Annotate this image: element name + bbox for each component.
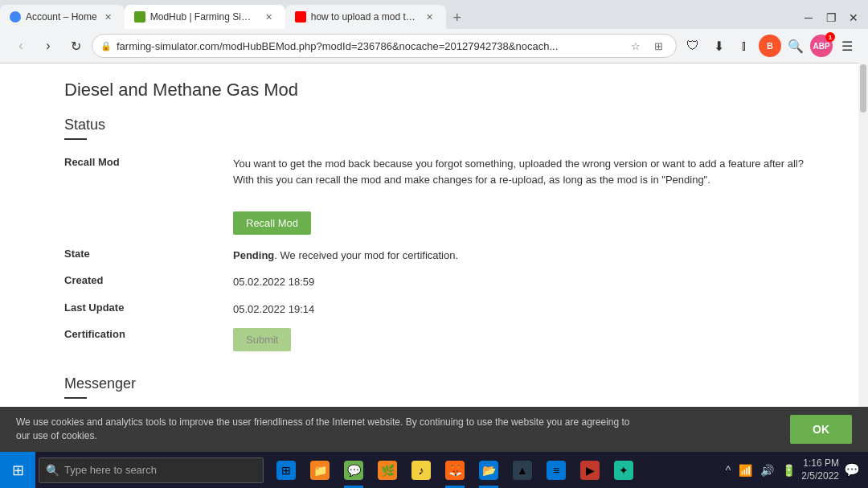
taskbar-search-text: Type here to search <box>64 464 157 476</box>
recall-mod-description: You want to get the mod back because you… <box>233 156 804 187</box>
url-bar[interactable]: 🔒 farming-simulator.com/modHubBEMod.php?… <box>92 34 677 58</box>
tray-battery-icon[interactable]: 🔋 <box>780 462 798 478</box>
tab-favicon-youtube <box>295 11 306 23</box>
taskbar-search[interactable]: 🔍 Type here to search <box>39 457 264 483</box>
recall-mod-label: Recall Mod <box>64 156 225 168</box>
cookie-banner: We use cookies and analytics tools to im… <box>0 407 868 452</box>
taskbar-app-app9[interactable]: ▶ <box>574 452 606 488</box>
scrollbar-thumb[interactable] <box>860 64 866 113</box>
app8-icon: ≡ <box>547 461 566 480</box>
tray-clock[interactable]: 1:16 PM 2/5/2022 <box>801 457 839 482</box>
maximize-button[interactable]: ❐ <box>820 6 842 29</box>
shield-icon[interactable]: 🛡 <box>682 35 704 57</box>
tray-notification-icon[interactable]: 💬 <box>842 461 862 479</box>
url-actions: ☆ ⊞ <box>626 36 668 55</box>
url-text: farming-simulator.com/modHubBEMod.php?mo… <box>117 40 621 52</box>
toolbar-right: 🛡 ⬇ ⫿ B 🔍 ABP 1 ☰ <box>682 35 858 57</box>
url-domain: farming-simulator.com <box>117 40 219 52</box>
state-pending: Pending <box>233 249 274 261</box>
minimize-button[interactable]: ─ <box>797 6 820 29</box>
brave-icon[interactable]: B <box>759 35 781 57</box>
reload-button[interactable]: ↻ <box>64 35 87 57</box>
close-button[interactable]: ✕ <box>842 6 865 29</box>
tab-account[interactable]: Account – Home ✕ <box>0 5 125 29</box>
bookmark-button[interactable]: ☆ <box>626 36 645 55</box>
tray-time-value: 1:16 PM <box>801 457 839 470</box>
state-value: Pending. We received your mod for certif… <box>233 248 804 264</box>
certification-label: Certification <box>64 328 225 340</box>
recall-mod-row: Recall Mod You want to get the mod back … <box>64 156 804 235</box>
new-tab-button[interactable]: + <box>446 6 469 29</box>
tray-volume-icon[interactable]: 🔊 <box>758 462 776 478</box>
library-icon[interactable]: ⫿ <box>733 35 755 57</box>
taskbar-app-app10[interactable]: ✦ <box>608 452 640 488</box>
created-value: 05.02.2022 18:59 <box>233 274 804 290</box>
tab-title-modhub: ModHub | Farming Simulator <box>150 11 258 23</box>
taskbar-app-fs[interactable]: 🌿 <box>371 452 403 488</box>
forward-button[interactable]: › <box>37 35 59 57</box>
profile-badge: 1 <box>825 32 835 42</box>
window-controls: ─ ❐ ✕ <box>797 6 865 29</box>
firefox-icon: 🦊 <box>445 461 465 480</box>
scrollbar[interactable] <box>858 63 868 420</box>
blender-icon: ▲ <box>513 461 532 480</box>
music-icon: ♪ <box>411 461 431 480</box>
taskbar-search-icon: 🔍 <box>46 464 59 477</box>
taskview-icon: ⊞ <box>276 461 296 480</box>
taskbar: ⊞ 🔍 Type here to search ⊞ 📁 💬 🌿 ♪ 🦊 📂 ▲ <box>0 452 868 488</box>
submit-button[interactable]: Submit <box>233 328 291 351</box>
taskbar-apps: ⊞ 📁 💬 🌿 ♪ 🦊 📂 ▲ ≡ ▶ ✦ <box>270 452 640 488</box>
certification-value: Submit <box>233 328 804 351</box>
start-button[interactable]: ⊞ <box>0 452 35 488</box>
state-row: State Pending. We received your mod for … <box>64 248 804 264</box>
created-row: Created 05.02.2022 18:59 <box>64 274 804 290</box>
taskbar-app-music[interactable]: ♪ <box>405 452 437 488</box>
page-content: Diesel and Methane Gas Mod Status Recall… <box>0 64 868 420</box>
tray-network-icon[interactable]: 📶 <box>736 462 755 478</box>
last-update-row: Last Update 05.02.2022 19:14 <box>64 301 804 318</box>
tray-date-value: 2/5/2022 <box>801 470 839 483</box>
state-label: State <box>64 248 225 260</box>
tab-close-youtube[interactable]: ✕ <box>424 10 436 23</box>
browser-chrome: Account – Home ✕ ModHub | Farming Simula… <box>0 0 868 64</box>
taskbar-app-explorer[interactable]: 📁 <box>304 452 336 488</box>
recall-mod-content: You want to get the mod back because you… <box>233 156 804 235</box>
cookie-ok-button[interactable]: OK <box>790 415 852 444</box>
tab-title-account: Account – Home <box>26 11 97 23</box>
back-button[interactable]: ‹ <box>10 35 32 57</box>
tray-expand-icon[interactable]: ^ <box>723 462 734 478</box>
taskbar-app-files[interactable]: 📂 <box>473 452 505 488</box>
tab-bar: Account – Home ✕ ModHub | Farming Simula… <box>0 0 868 29</box>
created-label: Created <box>64 274 225 286</box>
page-title: Diesel and Methane Gas Mod <box>64 80 804 100</box>
status-heading: Status <box>64 117 804 133</box>
lock-icon: 🔒 <box>100 41 112 51</box>
profile-avatar[interactable]: ABP 1 <box>810 35 833 57</box>
chat-icon: 💬 <box>344 461 363 480</box>
search-toolbar-icon[interactable]: 🔍 <box>784 35 807 57</box>
taskbar-app-blender[interactable]: ▲ <box>506 452 538 488</box>
download-icon[interactable]: ⬇ <box>707 35 730 57</box>
tab-close-account[interactable]: ✕ <box>102 10 115 23</box>
tab-youtube[interactable]: how to upload a mod to giants ✕ <box>285 5 446 29</box>
last-update-value: 05.02.2022 19:14 <box>233 301 804 318</box>
taskbar-app-taskview[interactable]: ⊞ <box>270 452 302 488</box>
taskbar-app-chat[interactable]: 💬 <box>338 452 370 488</box>
recall-mod-button[interactable]: Recall Mod <box>233 211 311 235</box>
menu-icon[interactable]: ☰ <box>836 35 858 57</box>
page-info-button[interactable]: ⊞ <box>649 36 668 55</box>
taskbar-app-firefox[interactable]: 🦊 <box>439 452 471 488</box>
tab-modhub[interactable]: ModHub | Farming Simulator ✕ <box>125 5 285 29</box>
certification-row: Certification Submit <box>64 328 804 351</box>
taskbar-app-app8[interactable]: ≡ <box>540 452 572 488</box>
status-divider <box>64 138 87 140</box>
tab-favicon-fs <box>134 11 145 23</box>
state-rest: . We received your mod for certification… <box>274 249 458 261</box>
last-update-label: Last Update <box>64 301 225 314</box>
messenger-divider <box>64 397 87 399</box>
files-icon: 📂 <box>479 461 498 480</box>
cookie-text: We use cookies and analytics tools to im… <box>16 416 643 443</box>
tab-close-modhub[interactable]: ✕ <box>263 10 276 23</box>
windows-logo: ⊞ <box>12 461 24 479</box>
explorer-icon: 📁 <box>310 461 330 480</box>
